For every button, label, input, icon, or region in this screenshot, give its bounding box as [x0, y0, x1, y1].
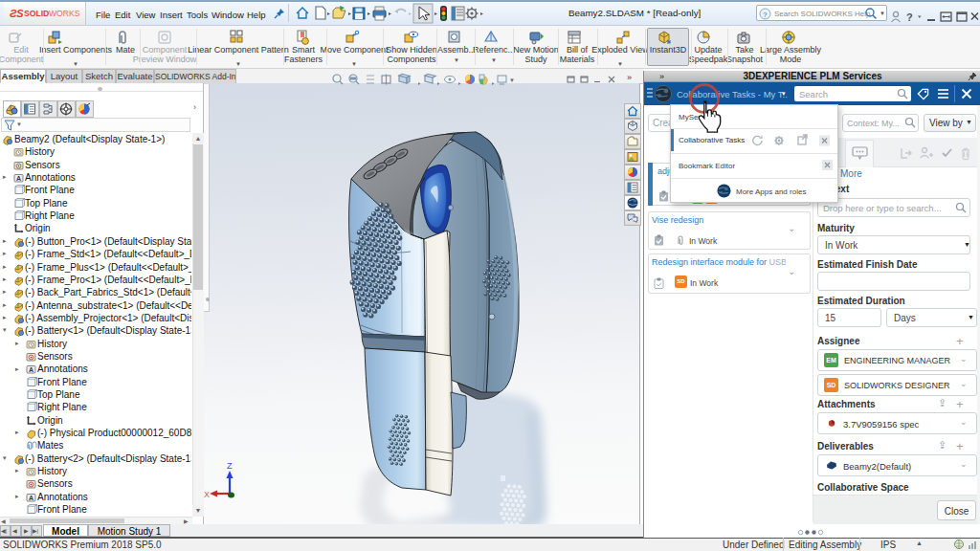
- svg-text:A: A: [29, 495, 33, 501]
- svg-text:X: X: [204, 490, 210, 499]
- svg-text:Z: Z: [227, 461, 233, 471]
- svg-text:?: ?: [906, 11, 913, 23]
- svg-text:ƧS: ƧS: [10, 8, 24, 19]
- svg-text:A: A: [29, 366, 33, 373]
- svg-text:?: ?: [763, 10, 768, 18]
- svg-text:WORKS: WORKS: [49, 9, 80, 18]
- svg-text:SOLID: SOLID: [24, 9, 49, 18]
- svg-text:A: A: [16, 175, 21, 182]
